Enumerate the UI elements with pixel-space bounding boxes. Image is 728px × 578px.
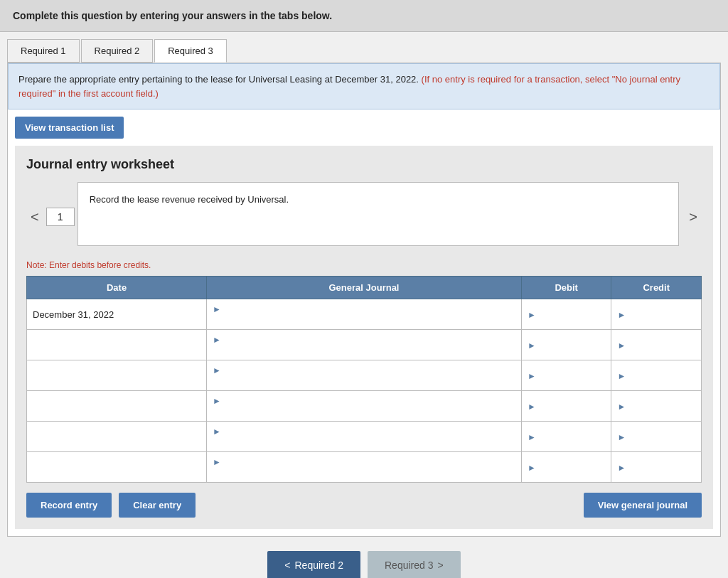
- credit-input[interactable]: [628, 370, 671, 381]
- page-number-box: 1: [46, 208, 75, 226]
- prev-required-button[interactable]: < Required 2: [267, 551, 360, 578]
- nav-row: < 1 Record the lease revenue received by…: [26, 182, 702, 252]
- view-general-journal-button[interactable]: View general journal: [584, 493, 702, 518]
- note-text: Note: Enter debits before credits.: [26, 260, 702, 270]
- credit-input[interactable]: [628, 432, 671, 442]
- debit-cell[interactable]: ►: [521, 360, 611, 391]
- worksheet-container: Journal entry worksheet < 1 Record the l…: [15, 146, 713, 529]
- general-journal-cell[interactable]: ►: [207, 360, 522, 391]
- credit-cell[interactable]: ►: [611, 360, 702, 391]
- debit-arrow-indicator: ►: [528, 463, 536, 473]
- journal-input[interactable]: [213, 345, 515, 355]
- bottom-navigation: < Required 2 Required 3 >: [0, 537, 728, 578]
- debit-input[interactable]: [538, 340, 581, 350]
- debit-input[interactable]: [538, 462, 581, 473]
- next-arrow-icon: >: [438, 560, 444, 571]
- date-input[interactable]: [33, 401, 200, 412]
- debit-cell[interactable]: ►: [521, 330, 611, 360]
- date-cell[interactable]: [27, 422, 207, 452]
- journal-input[interactable]: [213, 467, 515, 478]
- general-journal-cell[interactable]: ►: [207, 330, 522, 360]
- credit-arrow-indicator: ►: [617, 463, 626, 473]
- debit-cell[interactable]: ►: [521, 391, 611, 422]
- credit-cell[interactable]: ►: [611, 391, 702, 422]
- journal-table: Date General Journal Debit Credit: [26, 276, 702, 483]
- content-area: Prepare the appropriate entry pertaining…: [7, 63, 721, 537]
- tab-required2[interactable]: Required 2: [81, 39, 154, 63]
- debit-input[interactable]: [538, 309, 581, 320]
- instruction-box: Prepare the appropriate entry pertaining…: [8, 63, 720, 109]
- col-header-credit: Credit: [611, 277, 702, 299]
- date-input[interactable]: [33, 462, 200, 473]
- journal-input[interactable]: [213, 375, 515, 386]
- debit-input[interactable]: [538, 432, 581, 442]
- credit-input[interactable]: [628, 401, 671, 412]
- date-cell[interactable]: [27, 330, 207, 360]
- next-required-button[interactable]: Required 3 >: [368, 551, 461, 578]
- credit-cell[interactable]: ►: [611, 422, 702, 452]
- view-transaction-button[interactable]: View transaction list: [15, 117, 124, 139]
- next-page-button[interactable]: >: [685, 208, 702, 227]
- tab-required3[interactable]: Required 3: [154, 39, 227, 63]
- tab-required1[interactable]: Required 1: [7, 39, 80, 63]
- date-input[interactable]: [33, 432, 200, 442]
- arrow-indicator: ►: [213, 427, 221, 437]
- debit-arrow-indicator: ►: [528, 371, 536, 381]
- credit-cell[interactable]: ►: [611, 330, 702, 360]
- credit-arrow-indicator: ►: [617, 402, 626, 412]
- top-instruction-bar: Complete this question by entering your …: [0, 0, 728, 32]
- journal-input[interactable]: [213, 437, 515, 447]
- entry-description-box: Record the lease revenue received by Uni…: [77, 182, 680, 246]
- credit-cell[interactable]: ►: [611, 452, 702, 483]
- date-input[interactable]: [33, 340, 200, 350]
- debit-arrow-indicator: ►: [528, 341, 536, 350]
- table-row: ► ► ►: [27, 391, 702, 422]
- date-cell[interactable]: [27, 391, 207, 422]
- debit-input[interactable]: [538, 401, 581, 412]
- general-journal-cell[interactable]: ►: [207, 422, 522, 452]
- prev-arrow-icon: <: [284, 560, 290, 571]
- next-label: Required 3: [385, 560, 434, 571]
- debit-cell[interactable]: ►: [521, 452, 611, 483]
- date-input[interactable]: [33, 370, 200, 381]
- table-row: December 31, 2022► ► ►: [27, 299, 702, 330]
- arrow-indicator: ►: [213, 396, 221, 406]
- clear-entry-button[interactable]: Clear entry: [119, 493, 196, 518]
- instruction-main-text: Prepare the appropriate entry pertaining…: [18, 74, 419, 85]
- table-row: ► ► ►: [27, 452, 702, 483]
- credit-input[interactable]: [628, 340, 671, 350]
- arrow-indicator: ►: [213, 335, 221, 345]
- credit-arrow-indicator: ►: [617, 371, 626, 381]
- journal-input[interactable]: [213, 406, 515, 417]
- col-header-date: Date: [27, 277, 207, 299]
- general-journal-cell[interactable]: ►: [207, 452, 522, 483]
- credit-cell[interactable]: ►: [611, 299, 702, 330]
- record-entry-button[interactable]: Record entry: [26, 493, 112, 518]
- worksheet-title: Journal entry worksheet: [26, 157, 702, 172]
- table-row: ► ► ►: [27, 330, 702, 360]
- credit-arrow-indicator: ►: [617, 432, 626, 442]
- general-journal-cell[interactable]: ►: [207, 391, 522, 422]
- credit-arrow-indicator: ►: [617, 310, 626, 320]
- debit-arrow-indicator: ►: [528, 432, 536, 442]
- arrow-indicator: ►: [213, 304, 221, 314]
- credit-input[interactable]: [628, 462, 671, 473]
- arrow-indicator: ►: [213, 365, 221, 375]
- col-header-debit: Debit: [521, 277, 611, 299]
- credit-input[interactable]: [628, 309, 671, 320]
- journal-input[interactable]: [213, 314, 515, 325]
- debit-input[interactable]: [538, 370, 581, 381]
- table-row: ► ► ►: [27, 422, 702, 452]
- credit-arrow-indicator: ►: [617, 341, 626, 350]
- arrow-indicator: ►: [213, 457, 221, 467]
- date-cell[interactable]: [27, 452, 207, 483]
- prev-page-button[interactable]: <: [26, 208, 43, 227]
- date-cell[interactable]: December 31, 2022: [27, 299, 207, 330]
- date-cell[interactable]: [27, 360, 207, 391]
- debit-cell[interactable]: ►: [521, 422, 611, 452]
- top-instruction-text: Complete this question by entering your …: [13, 10, 332, 21]
- entry-description-text: Record the lease revenue received by Uni…: [90, 194, 289, 205]
- col-header-journal: General Journal: [207, 277, 522, 299]
- debit-cell[interactable]: ►: [521, 299, 611, 330]
- general-journal-cell[interactable]: ►: [207, 299, 522, 330]
